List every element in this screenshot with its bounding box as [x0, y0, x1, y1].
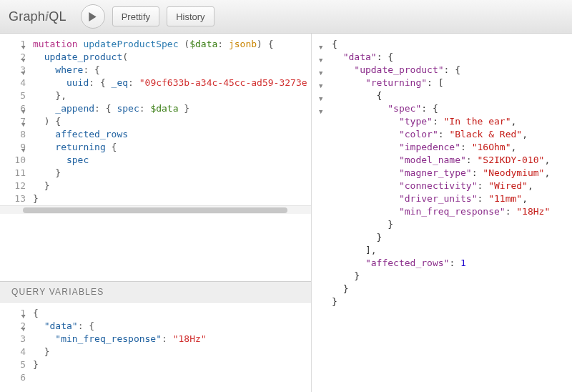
result-pane: ▼▼▼▼▼▼{ "data": { "update_product": { "r… — [312, 34, 572, 392]
line-number — [317, 244, 327, 257]
line-number: 6▼ — [0, 102, 26, 115]
line-number: 1▼ — [0, 307, 26, 320]
code-line: } — [33, 192, 307, 205]
line-number: 6 — [0, 371, 26, 384]
prettify-button[interactable]: Prettify — [112, 6, 159, 26]
history-button[interactable]: History — [167, 6, 214, 26]
code-line: } — [33, 167, 307, 180]
line-number — [317, 115, 327, 128]
line-number — [317, 141, 327, 154]
code-line: ) { — [33, 115, 307, 128]
code-line: "data": { — [33, 320, 207, 333]
line-number: 1▼ — [0, 38, 26, 51]
scrollbar-thumb[interactable] — [23, 207, 287, 213]
horizontal-scrollbar[interactable] — [0, 205, 311, 214]
line-number: 2▼ — [0, 51, 26, 64]
code-line: { — [332, 89, 550, 102]
line-gutter: 1▼2▼3456 — [0, 307, 29, 384]
code-area[interactable]: { "data": { "min_freq_response": "18Hz" … — [29, 307, 207, 384]
main-split: 1▼2▼3▼456▼7▼89▼10111213mutation updatePr… — [0, 34, 572, 392]
code-line: "type": "In the ear", — [332, 115, 550, 128]
code-line: } — [332, 270, 550, 283]
code-line: } — [33, 346, 207, 358]
line-number: 13 — [0, 192, 26, 205]
line-number: 7▼ — [0, 115, 26, 128]
line-number — [317, 205, 327, 218]
query-editor[interactable]: 1▼2▼3▼456▼7▼89▼10111213mutation updatePr… — [0, 34, 311, 281]
code-line: }, — [33, 89, 307, 102]
code-line: "min_freq_response": "18Hz" — [332, 205, 550, 218]
code-line: returning { — [33, 141, 307, 154]
line-number — [317, 167, 327, 180]
line-number: ▼ — [317, 64, 327, 77]
line-number — [317, 180, 327, 192]
line-number: 2▼ — [0, 320, 26, 333]
line-number: 12 — [0, 180, 26, 192]
code-line: where: { — [33, 64, 307, 77]
execute-button[interactable] — [81, 4, 105, 29]
code-line: update_product( — [33, 51, 307, 64]
line-number — [317, 283, 327, 295]
line-number — [317, 154, 327, 167]
code-area[interactable]: { "data": { "update_product": { "returni… — [327, 38, 550, 308]
query-variables-header[interactable]: QUERY VARIABLES — [0, 281, 311, 303]
line-number: ▼ — [317, 51, 327, 64]
line-number: 11 — [0, 167, 26, 180]
line-number: 4 — [0, 346, 26, 358]
code-line: } — [332, 295, 550, 308]
line-number: 8 — [0, 128, 26, 141]
code-line: "color": "Black & Red", — [332, 128, 550, 141]
code-area[interactable]: mutation updateProductSpec ($data: jsonb… — [29, 38, 307, 205]
line-number: 4 — [0, 77, 26, 89]
code-line: "magner_type": "Neodymium", — [332, 167, 550, 180]
line-number: ▼ — [317, 89, 327, 102]
code-line: uuid: { _eq: "09cf633b-a34c-45cc-ad59-32… — [33, 77, 307, 89]
play-icon — [88, 12, 97, 21]
code-line: } — [33, 358, 207, 371]
line-number — [317, 270, 327, 283]
code-line: { — [332, 38, 550, 51]
code-line: "driver_units": "11mm", — [332, 192, 550, 205]
line-number: 5 — [0, 89, 26, 102]
line-number: ▼ — [317, 77, 327, 89]
line-number: 10 — [0, 154, 26, 167]
code-line: "affected_rows": 1 — [332, 257, 550, 270]
code-line: spec — [33, 154, 307, 167]
line-number: ▼ — [317, 102, 327, 115]
code-line: "min_freq_response": "18Hz" — [33, 333, 207, 346]
line-number — [317, 192, 327, 205]
code-line: ], — [332, 244, 550, 257]
code-line: } — [332, 283, 550, 295]
code-line: } — [332, 218, 550, 231]
code-line: } — [33, 180, 307, 192]
line-number: 3 — [0, 333, 26, 346]
line-number: 5 — [0, 358, 26, 371]
editor-column: 1▼2▼3▼456▼7▼89▼10111213mutation updatePr… — [0, 34, 312, 392]
code-line: } — [332, 231, 550, 244]
app-logo: GraphiQL — [9, 9, 66, 24]
logo-text: Graph — [9, 9, 45, 24]
toolbar: GraphiQL Prettify History — [0, 0, 572, 34]
code-line: "spec": { — [332, 102, 550, 115]
line-gutter: ▼▼▼▼▼▼ — [317, 38, 327, 308]
code-line: "data": { — [332, 51, 550, 64]
variables-editor[interactable]: 1▼2▼3456{ "data": { "min_freq_response":… — [0, 303, 311, 392]
code-line: mutation updateProductSpec ($data: jsonb… — [33, 38, 307, 51]
code-line: "model_name": "S2IKDY-010", — [332, 154, 550, 167]
logo-text: QL — [49, 9, 66, 24]
line-number: ▼ — [317, 38, 327, 51]
code-line: "connectivity": "Wired", — [332, 180, 550, 192]
line-number — [317, 257, 327, 270]
line-number — [317, 231, 327, 244]
code-line — [33, 371, 207, 384]
code-line: "update_product": { — [332, 64, 550, 77]
line-number: 3▼ — [0, 64, 26, 77]
line-number — [317, 128, 327, 141]
line-number: 9▼ — [0, 141, 26, 154]
line-gutter: 1▼2▼3▼456▼7▼89▼10111213 — [0, 38, 29, 205]
code-line: { — [33, 307, 207, 320]
code-line: _append: { spec: $data } — [33, 102, 307, 115]
line-number — [317, 218, 327, 231]
code-line: "returning": [ — [332, 77, 550, 89]
code-line: "impedence": "16Ohm", — [332, 141, 550, 154]
